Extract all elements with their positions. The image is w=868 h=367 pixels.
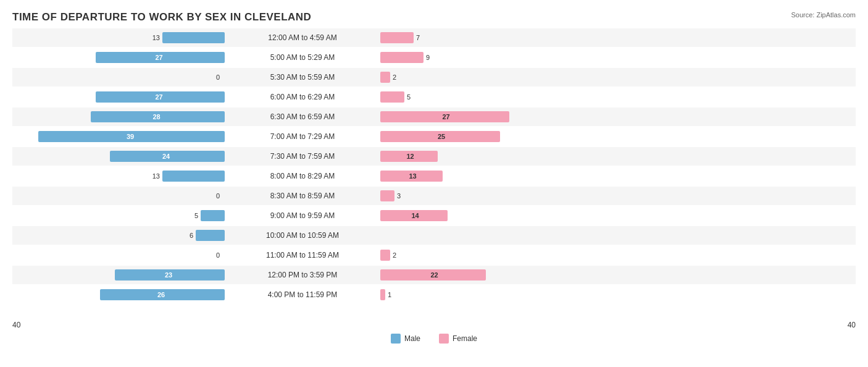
male-value: 23 [165, 271, 172, 279]
time-label: 6:00 AM to 6:29 AM [228, 93, 377, 101]
male-bar [196, 230, 225, 241]
right-section: 22 [377, 269, 856, 281]
male-value-outside: 6 [190, 232, 193, 239]
table-row: 27 6:00 AM to 6:29 AM 5 [12, 88, 856, 106]
legend-male-box [391, 334, 401, 344]
left-section: 27 [12, 91, 228, 103]
male-bar: 23 [115, 269, 225, 281]
left-section: 27 [12, 52, 228, 63]
female-value: 25 [438, 133, 445, 140]
legend-male-label: Male [404, 334, 420, 343]
left-section: 13 [12, 171, 228, 182]
male-value-outside: 0 [216, 251, 220, 259]
axis-left-label: 40 [12, 321, 20, 329]
female-value: 13 [409, 172, 416, 180]
right-section: 2 [377, 250, 856, 261]
table-row: 13 8:00 AM to 8:29 AM 13 [12, 167, 856, 185]
male-value: 39 [127, 133, 134, 140]
male-bar [162, 171, 225, 182]
time-label: 4:00 PM to 11:59 PM [228, 290, 377, 299]
table-row: 23 12:00 PM to 3:59 PM 22 [12, 266, 856, 284]
table-row: 6 10:00 AM to 10:59 AM [12, 226, 856, 245]
male-value: 24 [162, 153, 170, 160]
time-label: 12:00 AM to 4:59 AM [228, 33, 377, 42]
female-bar: 22 [380, 269, 486, 281]
right-section: 1 [377, 289, 856, 300]
left-section: 0 [12, 74, 228, 81]
right-section: 25 [377, 131, 856, 142]
left-section: 39 [12, 131, 228, 142]
male-bar [162, 32, 225, 43]
male-bar: 24 [110, 151, 225, 162]
female-bar [380, 32, 414, 43]
axis-bottom-row: 40 40 [12, 319, 856, 330]
female-value-outside: 7 [416, 34, 420, 41]
right-section: 14 [377, 210, 856, 221]
male-value: 27 [155, 54, 162, 61]
left-section: 5 [12, 210, 228, 221]
left-section: 26 [12, 289, 228, 300]
right-section: 5 [377, 91, 856, 103]
legend-male: Male [391, 334, 420, 344]
left-section: 23 [12, 269, 228, 281]
female-value: 12 [406, 153, 414, 160]
chart-title: TIME OF DEPARTURE TO WORK BY SEX IN CLEV… [12, 11, 856, 23]
female-bar [380, 250, 390, 261]
time-label: 7:30 AM to 7:59 AM [228, 152, 377, 161]
female-bar: 13 [380, 171, 443, 182]
left-section: 6 [12, 230, 228, 241]
female-bar [380, 52, 424, 63]
right-section: 9 [377, 52, 856, 63]
time-label: 9:00 AM to 9:59 AM [228, 211, 377, 220]
right-section: 3 [377, 190, 856, 201]
time-label: 5:00 AM to 5:29 AM [228, 53, 377, 62]
legend-female-label: Female [453, 334, 477, 343]
time-label: 11:00 AM to 11:59 AM [228, 251, 377, 259]
female-value-outside: 3 [397, 192, 401, 200]
table-row: 27 5:00 AM to 5:29 AM 9 [12, 48, 856, 67]
male-value-outside: 0 [216, 192, 220, 200]
right-section: 27 [377, 111, 856, 122]
female-value-outside: 5 [407, 93, 411, 101]
male-value: 27 [155, 93, 162, 101]
female-bar: 12 [380, 151, 438, 162]
time-label: 10:00 AM to 10:59 AM [228, 231, 377, 240]
male-bar: 26 [100, 289, 225, 300]
female-bar [380, 91, 404, 103]
female-value-outside: 9 [426, 54, 430, 61]
male-value-outside: 13 [152, 172, 160, 180]
axis-right-label: 40 [848, 321, 856, 329]
time-label: 5:30 AM to 5:59 AM [228, 73, 377, 82]
male-value: 26 [157, 291, 165, 298]
legend-female: Female [439, 334, 477, 344]
time-label: 12:00 PM to 3:59 PM [228, 271, 377, 279]
table-row: 13 12:00 AM to 4:59 AM 7 [12, 28, 856, 47]
male-bar: 28 [91, 111, 225, 122]
legend: Male Female [12, 334, 856, 344]
table-row: 28 6:30 AM to 6:59 AM 27 [12, 108, 856, 126]
male-value-outside: 0 [216, 74, 220, 81]
time-label: 8:30 AM to 8:59 AM [228, 192, 377, 200]
legend-female-box [439, 334, 449, 344]
male-bar: 39 [38, 131, 225, 142]
table-row: 24 7:30 AM to 7:59 AM 12 [12, 147, 856, 166]
male-bar: 27 [96, 52, 225, 63]
male-value-outside: 5 [194, 212, 198, 219]
time-label: 6:30 AM to 6:59 AM [228, 112, 377, 121]
male-bar: 27 [96, 91, 225, 103]
left-section: 28 [12, 111, 228, 122]
female-value: 27 [442, 113, 449, 120]
female-value: 14 [411, 212, 419, 219]
table-row: 26 4:00 PM to 11:59 PM 1 [12, 285, 856, 304]
left-section: 0 [12, 251, 228, 259]
right-section: 7 [377, 32, 856, 43]
female-value-outside: 2 [393, 74, 396, 81]
female-bar: 25 [380, 131, 500, 142]
male-value: 28 [152, 113, 160, 120]
table-row: 39 7:00 AM to 7:29 AM 25 [12, 127, 856, 146]
right-section: 13 [377, 171, 856, 182]
male-value-outside: 13 [152, 34, 160, 41]
right-section: 2 [377, 72, 856, 83]
table-row: 0 5:30 AM to 5:59 AM 2 [12, 68, 856, 86]
chart-container: TIME OF DEPARTURE TO WORK BY SEX IN CLEV… [0, 0, 868, 367]
